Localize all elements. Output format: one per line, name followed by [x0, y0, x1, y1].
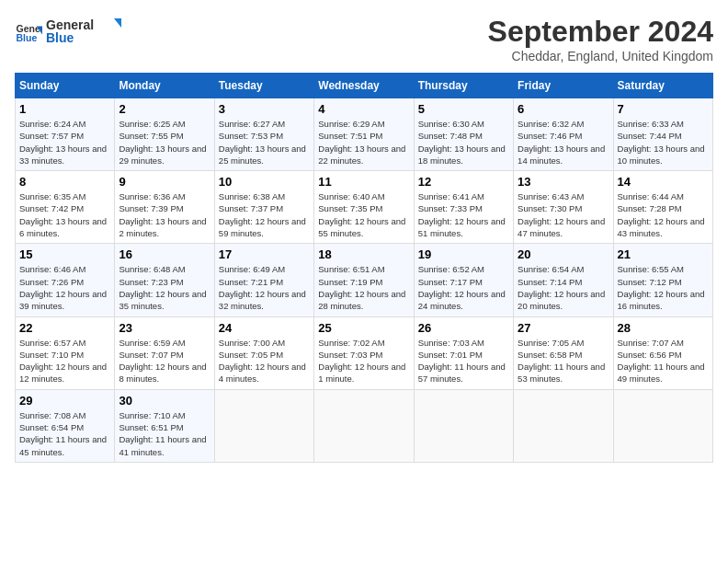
- day-number: 10: [219, 175, 310, 189]
- table-row: 15Sunrise: 6:46 AMSunset: 7:26 PMDayligh…: [16, 244, 115, 316]
- day-number: 30: [119, 394, 210, 408]
- day-info: Sunrise: 6:33 AMSunset: 7:44 PMDaylight:…: [618, 118, 709, 167]
- day-info: Sunrise: 6:30 AMSunset: 7:48 PMDaylight:…: [418, 118, 509, 167]
- calendar-week-row: 15Sunrise: 6:46 AMSunset: 7:26 PMDayligh…: [16, 244, 713, 316]
- day-info: Sunrise: 7:03 AMSunset: 7:01 PMDaylight:…: [418, 337, 509, 385]
- table-row: 11Sunrise: 6:40 AMSunset: 7:35 PMDayligh…: [314, 171, 414, 244]
- table-row: 20Sunrise: 6:54 AMSunset: 7:14 PMDayligh…: [514, 244, 613, 316]
- table-row: 30Sunrise: 7:10 AMSunset: 6:51 PMDayligh…: [115, 389, 214, 462]
- day-info: Sunrise: 6:40 AMSunset: 7:35 PMDaylight:…: [318, 190, 409, 239]
- table-row: 4Sunrise: 6:29 AMSunset: 7:51 PMDaylight…: [314, 98, 414, 171]
- col-tuesday: Tuesday: [214, 74, 313, 98]
- day-info: Sunrise: 7:08 AMSunset: 6:54 PMDaylight:…: [19, 409, 110, 458]
- table-row: 3Sunrise: 6:27 AMSunset: 7:53 PMDaylight…: [214, 98, 313, 171]
- title-block: September 2024 Cheddar, England, United …: [488, 15, 713, 63]
- calendar-table: Sunday Monday Tuesday Wednesday Thursday…: [15, 73, 713, 463]
- table-row: 25Sunrise: 7:02 AMSunset: 7:03 PMDayligh…: [314, 316, 414, 389]
- day-number: 15: [19, 247, 110, 261]
- empty-day-cell: [514, 389, 613, 462]
- table-row: 6Sunrise: 6:32 AMSunset: 7:46 PMDaylight…: [514, 98, 613, 171]
- table-row: 26Sunrise: 7:03 AMSunset: 7:01 PMDayligh…: [414, 316, 513, 389]
- day-number: 7: [618, 102, 709, 116]
- col-sunday: Sunday: [16, 74, 115, 98]
- table-row: 7Sunrise: 6:33 AMSunset: 7:44 PMDaylight…: [613, 98, 712, 171]
- day-info: Sunrise: 6:43 AMSunset: 7:30 PMDaylight:…: [518, 190, 609, 239]
- col-monday: Monday: [115, 74, 214, 98]
- day-info: Sunrise: 6:54 AMSunset: 7:14 PMDaylight:…: [518, 263, 609, 312]
- day-info: Sunrise: 6:35 AMSunset: 7:42 PMDaylight:…: [19, 190, 110, 239]
- day-number: 23: [119, 321, 210, 335]
- day-info: Sunrise: 6:52 AMSunset: 7:17 PMDaylight:…: [418, 263, 509, 312]
- day-info: Sunrise: 6:24 AMSunset: 7:57 PMDaylight:…: [19, 118, 110, 167]
- svg-text:Blue: Blue: [17, 32, 38, 43]
- day-number: 26: [418, 321, 509, 335]
- day-number: 21: [618, 247, 709, 261]
- table-row: 16Sunrise: 6:48 AMSunset: 7:23 PMDayligh…: [115, 244, 214, 316]
- day-info: Sunrise: 6:32 AMSunset: 7:46 PMDaylight:…: [518, 118, 609, 167]
- table-row: 1Sunrise: 6:24 AMSunset: 7:57 PMDaylight…: [16, 98, 115, 171]
- svg-marker-5: [114, 18, 121, 28]
- day-info: Sunrise: 7:10 AMSunset: 6:51 PMDaylight:…: [119, 409, 210, 458]
- day-info: Sunrise: 6:55 AMSunset: 7:12 PMDaylight:…: [618, 263, 709, 312]
- col-thursday: Thursday: [414, 74, 513, 98]
- day-number: 17: [219, 247, 310, 261]
- day-number: 18: [318, 247, 409, 261]
- day-info: Sunrise: 7:07 AMSunset: 6:56 PMDaylight:…: [618, 337, 709, 385]
- day-number: 28: [618, 321, 709, 335]
- svg-text:Blue: Blue: [46, 30, 74, 45]
- logo: General Blue General Blue: [15, 15, 129, 52]
- day-info: Sunrise: 6:57 AMSunset: 7:10 PMDaylight:…: [19, 337, 110, 385]
- logo-icon: General Blue: [15, 19, 42, 47]
- table-row: 17Sunrise: 6:49 AMSunset: 7:21 PMDayligh…: [214, 244, 313, 316]
- day-number: 13: [518, 175, 609, 189]
- day-info: Sunrise: 6:25 AMSunset: 7:55 PMDaylight:…: [119, 118, 210, 167]
- day-info: Sunrise: 6:49 AMSunset: 7:21 PMDaylight:…: [219, 263, 310, 312]
- col-wednesday: Wednesday: [314, 74, 414, 98]
- day-info: Sunrise: 6:46 AMSunset: 7:26 PMDaylight:…: [19, 263, 110, 312]
- col-saturday: Saturday: [613, 74, 712, 98]
- col-friday: Friday: [514, 74, 613, 98]
- day-number: 11: [318, 175, 409, 189]
- day-number: 29: [19, 394, 110, 408]
- empty-day-cell: [314, 389, 414, 462]
- table-row: 29Sunrise: 7:08 AMSunset: 6:54 PMDayligh…: [16, 389, 115, 462]
- day-number: 9: [119, 175, 210, 189]
- table-row: 22Sunrise: 6:57 AMSunset: 7:10 PMDayligh…: [16, 316, 115, 389]
- table-row: 13Sunrise: 6:43 AMSunset: 7:30 PMDayligh…: [514, 171, 613, 244]
- table-row: 24Sunrise: 7:00 AMSunset: 7:05 PMDayligh…: [214, 316, 313, 389]
- table-row: 10Sunrise: 6:38 AMSunset: 7:37 PMDayligh…: [214, 171, 313, 244]
- calendar-week-row: 1Sunrise: 6:24 AMSunset: 7:57 PMDaylight…: [16, 98, 713, 171]
- table-row: 28Sunrise: 7:07 AMSunset: 6:56 PMDayligh…: [613, 316, 712, 389]
- table-row: 14Sunrise: 6:44 AMSunset: 7:28 PMDayligh…: [613, 171, 712, 244]
- empty-day-cell: [613, 389, 712, 462]
- day-number: 2: [119, 102, 210, 116]
- empty-day-cell: [414, 389, 513, 462]
- day-number: 16: [119, 247, 210, 261]
- day-info: Sunrise: 6:38 AMSunset: 7:37 PMDaylight:…: [219, 190, 310, 239]
- day-number: 3: [219, 102, 310, 116]
- day-info: Sunrise: 7:02 AMSunset: 7:03 PMDaylight:…: [318, 337, 409, 385]
- day-number: 14: [618, 175, 709, 189]
- calendar-week-row: 22Sunrise: 6:57 AMSunset: 7:10 PMDayligh…: [16, 316, 713, 389]
- day-info: Sunrise: 6:51 AMSunset: 7:19 PMDaylight:…: [318, 263, 409, 312]
- day-number: 22: [19, 321, 110, 335]
- day-number: 24: [219, 321, 310, 335]
- day-number: 27: [518, 321, 609, 335]
- day-number: 6: [518, 102, 609, 116]
- day-number: 8: [19, 175, 110, 189]
- day-info: Sunrise: 6:48 AMSunset: 7:23 PMDaylight:…: [119, 263, 210, 312]
- empty-day-cell: [214, 389, 313, 462]
- month-title: September 2024: [488, 15, 713, 49]
- table-row: 23Sunrise: 6:59 AMSunset: 7:07 PMDayligh…: [115, 316, 214, 389]
- day-info: Sunrise: 6:27 AMSunset: 7:53 PMDaylight:…: [219, 118, 310, 167]
- day-number: 12: [418, 175, 509, 189]
- day-info: Sunrise: 6:41 AMSunset: 7:33 PMDaylight:…: [418, 190, 509, 239]
- day-info: Sunrise: 7:05 AMSunset: 6:58 PMDaylight:…: [518, 337, 609, 385]
- day-number: 19: [418, 247, 509, 261]
- table-row: 27Sunrise: 7:05 AMSunset: 6:58 PMDayligh…: [514, 316, 613, 389]
- day-number: 4: [318, 102, 409, 116]
- page-header: General Blue General Blue September 2024…: [15, 15, 713, 63]
- table-row: 5Sunrise: 6:30 AMSunset: 7:48 PMDaylight…: [414, 98, 513, 171]
- day-number: 20: [518, 247, 609, 261]
- logo-text: General Blue: [46, 15, 129, 52]
